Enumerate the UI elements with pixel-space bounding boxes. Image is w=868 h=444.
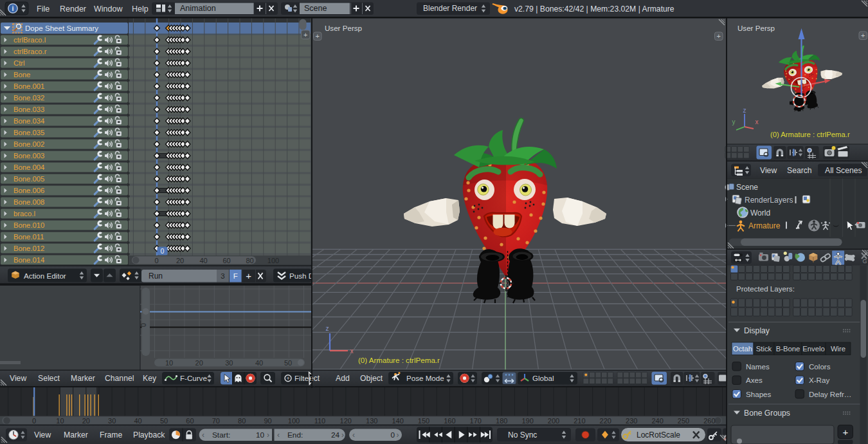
svg-text:0: 0 (161, 247, 165, 255)
svg-text:20: 20 (82, 417, 90, 425)
svg-text:24: 24 (331, 430, 340, 439)
svg-text:Add: Add (336, 374, 350, 383)
svg-text:Bone.004: Bone.004 (14, 163, 44, 171)
svg-text:G: G (862, 258, 867, 264)
svg-text:View: View (34, 430, 51, 439)
svg-text:140: 140 (392, 417, 403, 425)
svg-text:ctrlBraco.r: ctrlBraco.r (14, 48, 47, 55)
svg-text:Channel: Channel (105, 374, 134, 383)
svg-text:Help: Help (132, 5, 149, 14)
svg-text:+: + (842, 427, 848, 438)
svg-text:Pose Mode: Pose Mode (406, 374, 444, 382)
svg-text:Bone.035: Bone.035 (14, 129, 44, 136)
svg-text:No Sync: No Sync (508, 430, 537, 439)
svg-text:World: World (750, 208, 770, 217)
svg-text:50: 50 (160, 417, 168, 425)
svg-text:10: 10 (256, 430, 265, 439)
svg-text:Scene: Scene (736, 183, 758, 192)
svg-text:User Persp: User Persp (737, 24, 775, 32)
svg-text:40: 40 (255, 359, 263, 367)
svg-text:Render: Render (60, 5, 86, 14)
svg-text:›: › (397, 430, 399, 439)
svg-text:X-Ray: X-Ray (809, 376, 829, 384)
svg-text:80: 80 (238, 417, 246, 425)
svg-text:20: 20 (195, 359, 203, 367)
svg-text:Names: Names (746, 362, 770, 371)
svg-text:‹: ‹ (277, 430, 280, 439)
svg-text:F-Curve: F-Curve (180, 374, 207, 382)
svg-text:0: 0 (32, 417, 36, 425)
svg-text:ctrlBraco.l: ctrlBraco.l (14, 36, 46, 44)
svg-text:170: 170 (470, 417, 482, 425)
svg-text:View: View (10, 374, 26, 383)
svg-text:60: 60 (222, 257, 230, 264)
svg-text:130: 130 (366, 417, 377, 425)
svg-text:Bone.005: Bone.005 (14, 175, 44, 183)
svg-text:Axes: Axes (746, 376, 763, 384)
svg-text:RenderLayers: RenderLayers (745, 196, 793, 205)
svg-text:+: + (303, 31, 307, 39)
svg-text:›: › (341, 430, 344, 439)
svg-text:210: 210 (574, 417, 585, 425)
svg-text:Bone.003: Bone.003 (14, 152, 44, 160)
svg-text:(0) Armature : ctrlPema.r: (0) Armature : ctrlPema.r (770, 131, 850, 138)
svg-text:ect: ect (309, 374, 320, 383)
svg-text:Select: Select (38, 374, 60, 383)
svg-text:Object: Object (360, 374, 383, 383)
svg-text:Dope Sheet Summary: Dope Sheet Summary (25, 24, 98, 32)
svg-text:+: + (716, 32, 720, 40)
svg-text:0: 0 (140, 323, 147, 327)
svg-text:120: 120 (340, 417, 352, 425)
svg-text:braco.l: braco.l (14, 210, 35, 217)
svg-text:Armature: Armature (748, 221, 781, 230)
svg-text:100: 100 (288, 417, 300, 425)
svg-text:Global: Global (532, 374, 554, 382)
svg-text:110: 110 (314, 417, 326, 425)
svg-text:200: 200 (548, 417, 559, 425)
svg-text:User Persp: User Persp (325, 24, 362, 32)
svg-text:Marker: Marker (71, 374, 95, 383)
svg-text:All Scenes: All Scenes (825, 166, 862, 175)
svg-text:Colors: Colors (809, 362, 831, 371)
svg-text:x: x (350, 347, 354, 355)
svg-text:Delay Refr…: Delay Refr… (809, 390, 851, 398)
svg-text:Bone.001: Bone.001 (14, 82, 44, 90)
svg-text:‹: ‹ (202, 430, 204, 439)
svg-text:Scene: Scene (304, 4, 327, 13)
svg-text:250: 250 (678, 417, 689, 425)
svg-text:+: + (246, 270, 251, 281)
svg-text:B-Bone: B-Bone (776, 345, 800, 353)
svg-text:+: + (861, 32, 865, 39)
svg-text:40: 40 (134, 417, 141, 425)
svg-text:30: 30 (108, 417, 116, 425)
svg-text:180: 180 (496, 417, 507, 425)
svg-text:Wire: Wire (831, 345, 845, 353)
svg-text:Bone.032: Bone.032 (14, 94, 44, 102)
svg-text:LocRotScale: LocRotScale (637, 430, 680, 439)
svg-text:File: File (37, 5, 50, 14)
svg-text:30: 30 (225, 359, 233, 367)
svg-text:Bone.033: Bone.033 (14, 106, 44, 113)
svg-text:40: 40 (199, 257, 207, 264)
svg-text:90: 90 (264, 417, 271, 425)
svg-text:(0) Armature : ctrlPema.r: (0) Armature : ctrlPema.r (358, 356, 440, 364)
svg-text:80: 80 (246, 257, 253, 264)
svg-text:Playback: Playback (133, 430, 165, 439)
svg-text:Frame: Frame (100, 430, 122, 439)
svg-text:Marker: Marker (64, 430, 88, 439)
svg-text:Bone.008: Bone.008 (14, 198, 44, 206)
svg-text:240: 240 (651, 417, 663, 425)
svg-text:Ctrl: Ctrl (14, 59, 25, 67)
svg-text:Display: Display (744, 326, 770, 335)
svg-text:0: 0 (154, 257, 158, 264)
svg-text:Bone: Bone (14, 71, 30, 79)
svg-text:60: 60 (186, 417, 194, 425)
svg-text:v2.79 | Bones:42/42 | Mem:23.: v2.79 | Bones:42/42 | Mem:23.02M | Armat… (514, 5, 674, 14)
svg-text:i: i (12, 5, 14, 12)
svg-text:Start:: Start: (212, 430, 230, 439)
svg-text:‹: ‹ (352, 430, 355, 439)
svg-text:Blender Render: Blender Render (423, 4, 477, 13)
svg-text:Window: Window (94, 5, 123, 14)
svg-text:0: 0 (390, 430, 395, 439)
svg-text:50: 50 (284, 359, 292, 367)
